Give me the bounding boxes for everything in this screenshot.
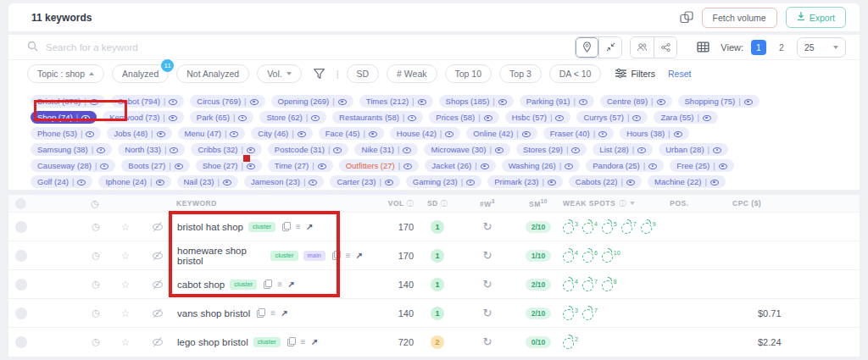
star-icon[interactable]: ☆ — [120, 279, 131, 291]
reset-button[interactable]: Reset — [668, 69, 691, 79]
merge-clusters-icon[interactable] — [680, 11, 693, 24]
eye-off-icon[interactable] — [151, 308, 164, 318]
row-checkbox[interactable] — [15, 307, 27, 319]
tag-face[interactable]: Face (45)| — [319, 127, 384, 140]
eye-icon[interactable] — [318, 162, 326, 169]
tag-urban[interactable]: Urban (28)| — [659, 143, 728, 156]
fruit-icon[interactable] — [563, 252, 574, 263]
tag-time[interactable]: Time (27)| — [268, 159, 333, 172]
tag-machine[interactable]: Machine (22)| — [648, 175, 726, 188]
refresh-icon[interactable]: ↻ — [483, 307, 492, 319]
col-pos[interactable]: POS. — [656, 199, 703, 208]
eye-icon[interactable] — [674, 130, 682, 137]
tag-stores[interactable]: Stores (29)| — [516, 143, 587, 156]
col-weak-count[interactable]: #W3 — [461, 198, 514, 208]
select-all-checkbox[interactable] — [15, 198, 26, 209]
vol-sort-chip[interactable]: Vol. — [257, 64, 302, 83]
eye-icon[interactable] — [333, 146, 342, 153]
fruit-icon[interactable] — [641, 223, 652, 234]
tag-nike[interactable]: Nike (31)| — [354, 143, 418, 156]
fruit-icon[interactable] — [582, 252, 593, 263]
eye-icon[interactable] — [86, 130, 94, 137]
tag-park[interactable]: Park (65)| — [190, 111, 254, 124]
tag-jobs[interactable]: Jobs (48)| — [107, 127, 171, 140]
clock-icon[interactable]: ◷ — [90, 279, 102, 290]
tag-outfitters[interactable]: Outfitters (27)| — [339, 159, 420, 172]
eye-icon[interactable] — [522, 130, 531, 137]
fruit-icon[interactable] — [582, 309, 593, 320]
page-size-select[interactable]: 25 — [797, 37, 846, 58]
team-icon[interactable] — [631, 37, 654, 58]
tag-jameson[interactable]: Jameson (23)| — [244, 175, 325, 188]
view-option-1[interactable]: 1 — [751, 40, 766, 55]
eye-icon[interactable] — [408, 114, 416, 121]
tag-shopping[interactable]: Shopping (75)| — [678, 95, 760, 108]
list-icon[interactable]: ≡ — [346, 252, 351, 260]
eye-icon[interactable] — [403, 146, 411, 153]
tag-city[interactable]: City (46)| — [251, 127, 312, 140]
external-link-icon[interactable]: ↗ — [356, 252, 363, 260]
view-option-2[interactable]: 2 — [774, 40, 789, 55]
refresh-icon[interactable]: ↻ — [483, 220, 492, 233]
tag-carter[interactable]: Carter (23)| — [330, 175, 399, 188]
col-sd[interactable]: SD ⓘ — [414, 199, 461, 208]
eye-off-icon[interactable] — [151, 222, 164, 232]
external-link-icon[interactable]: ↗ — [281, 309, 287, 318]
tag-online[interactable]: Online (42)| — [466, 127, 537, 140]
keyword-text[interactable]: cabot shop — [177, 280, 225, 290]
tag-samsung[interactable]: Samsung (38)| — [31, 143, 112, 156]
tag-cabots[interactable]: Cabots (22)| — [569, 175, 642, 188]
copy-icon[interactable] — [257, 308, 265, 318]
tag-golf[interactable]: Golf (24)| — [31, 175, 92, 188]
list-icon[interactable]: ≡ — [270, 309, 275, 318]
eye-icon[interactable] — [238, 114, 247, 121]
eye-off-icon[interactable] — [151, 337, 164, 347]
eye-icon[interactable] — [418, 97, 426, 105]
clock-icon[interactable]: ◷ — [90, 336, 102, 347]
tag-pandora[interactable]: Pandora (25)| — [586, 159, 664, 172]
tag-microwave[interactable]: Microwave (30)| — [424, 143, 509, 156]
col-keyword[interactable]: KEYWORD — [176, 199, 363, 208]
eye-icon[interactable] — [710, 178, 719, 186]
row-checkbox[interactable] — [15, 336, 27, 348]
eye-icon[interactable] — [311, 114, 320, 121]
fruit-icon[interactable] — [582, 280, 593, 291]
tag-hsbc[interactable]: Hsbc (57)| — [505, 111, 571, 124]
share-icon[interactable] — [654, 37, 676, 58]
eye-icon[interactable] — [385, 178, 393, 186]
tag-house[interactable]: House (42)| — [390, 127, 460, 140]
eye-icon[interactable] — [657, 97, 665, 105]
export-button[interactable]: Export — [786, 7, 846, 28]
eye-icon[interactable] — [481, 162, 489, 169]
not-analyzed-chip[interactable]: Not Analyzed — [176, 64, 249, 83]
list-icon[interactable]: ≡ — [296, 223, 301, 231]
tag-kenwood[interactable]: Kenwood (73)| — [103, 111, 184, 124]
tag-cribbs[interactable]: Cribbs (32)| — [191, 143, 261, 156]
external-link-icon[interactable]: ↗ — [306, 223, 313, 231]
eye-icon[interactable] — [548, 178, 556, 186]
eye-icon[interactable] — [703, 114, 711, 121]
eye-icon[interactable] — [100, 162, 108, 169]
analyzed-chip[interactable]: Analyzed11 — [112, 64, 169, 83]
tag-north[interactable]: North (33)| — [118, 143, 185, 156]
fruit-icon[interactable] — [563, 309, 574, 320]
copy-icon[interactable] — [264, 280, 272, 289]
eye-icon[interactable] — [565, 162, 573, 169]
keyword-text[interactable]: vans shop bristol — [177, 308, 250, 318]
tag-zara[interactable]: Zara (55)| — [654, 111, 718, 124]
fruit-icon[interactable] — [621, 223, 632, 234]
eye-icon[interactable] — [495, 146, 504, 153]
eye-icon[interactable] — [250, 97, 259, 105]
star-icon[interactable]: ☆ — [120, 250, 131, 262]
sd-filter-chip[interactable]: SD — [347, 64, 380, 83]
eye-icon[interactable] — [555, 114, 564, 121]
eye-icon[interactable] — [719, 162, 727, 169]
eye-icon[interactable] — [579, 97, 587, 105]
eye-icon[interactable] — [309, 178, 317, 186]
fruit-icon[interactable] — [602, 223, 613, 234]
eye-icon[interactable] — [298, 130, 306, 137]
filters-button[interactable]: Filters — [615, 69, 655, 80]
top3-filter-chip[interactable]: Top 3 — [499, 64, 542, 83]
tag-postcode[interactable]: Postcode (31)| — [268, 143, 349, 156]
tag-causeway[interactable]: Causeway (28)| — [31, 159, 115, 172]
